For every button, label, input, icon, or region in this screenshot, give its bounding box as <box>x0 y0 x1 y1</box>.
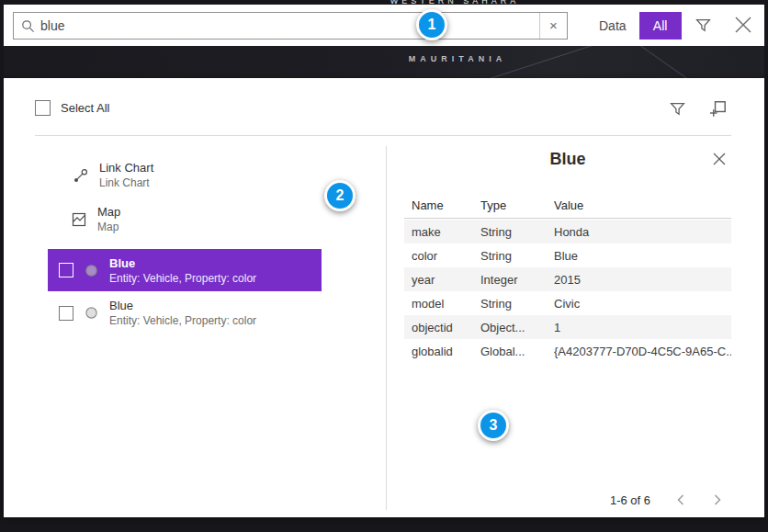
next-page-icon[interactable] <box>711 493 724 506</box>
cell-value: 1 <box>554 321 731 334</box>
pagination-label: 1-6 of 6 <box>610 493 650 507</box>
result-item-blue-selected[interactable]: Blue Entity: Vehicle, Property: color <box>48 249 322 291</box>
table-row: model String Civic <box>404 291 731 315</box>
cell-value: 2015 <box>554 273 731 287</box>
item-checkbox[interactable] <box>59 263 73 277</box>
cell-type: String <box>480 297 554 311</box>
filter-icon[interactable] <box>695 17 711 34</box>
map-icon <box>72 212 86 227</box>
cell-name: objectid <box>412 321 480 334</box>
item-title: Blue <box>109 299 256 312</box>
prev-page-icon[interactable] <box>674 493 687 506</box>
item-checkbox[interactable] <box>59 306 73 321</box>
result-item-link-chart[interactable]: Link Chart Link Chart <box>73 161 153 189</box>
table-header-divider <box>404 218 731 219</box>
cell-type: Object... <box>480 321 554 334</box>
item-title: Blue <box>109 256 256 270</box>
table-row: make String Honda <box>404 220 731 243</box>
results-panel: Select All Link Chart Link Chart Map <box>4 78 764 517</box>
table-row: year Integer 2015 <box>404 267 731 291</box>
cell-name: year <box>412 273 480 287</box>
search-box: × <box>13 12 568 40</box>
cell-value: Honda <box>554 225 731 239</box>
table-row: color String Blue <box>404 243 731 267</box>
item-title: Map <box>97 205 120 219</box>
map-label-mauritania: MAURITANIA <box>151 54 764 63</box>
callout-3: 3 <box>478 410 509 441</box>
add-selection-icon[interactable] <box>709 100 727 118</box>
table-row: globalid Global... {A4203777-D70D-4C5C-9… <box>404 339 731 363</box>
cell-name: make <box>412 225 480 239</box>
table-header: Name Type Value <box>404 198 731 212</box>
results-filter-icon[interactable] <box>669 101 685 118</box>
item-subtitle: Entity: Vehicle, Property: color <box>109 272 256 285</box>
scope-all-button[interactable]: All <box>639 12 682 40</box>
cell-value: Civic <box>554 297 731 311</box>
app-window: WESTERN SAHARA MAURITANIA × Data All Sel… <box>0 0 768 532</box>
header-divider <box>35 135 731 136</box>
pagination: 1-6 of 6 <box>404 492 731 508</box>
close-search-icon[interactable] <box>732 14 754 36</box>
cell-type: String <box>480 225 554 239</box>
detail-title: Blue <box>404 150 731 169</box>
cell-name: color <box>412 249 480 263</box>
result-item-map[interactable]: Map Map <box>72 205 120 233</box>
cell-name: globalid <box>412 345 480 358</box>
cell-type: Global... <box>480 345 554 358</box>
map-background: MAURITANIA <box>4 46 764 78</box>
search-icon <box>21 19 35 33</box>
column-name: Name <box>412 198 480 212</box>
table-row: objectid Object... 1 <box>404 315 731 339</box>
column-value: Value <box>554 198 731 212</box>
scope-data-button[interactable]: Data <box>586 18 639 33</box>
select-all-row: Select All <box>35 100 109 116</box>
cell-name: model <box>412 297 480 311</box>
panel-divider <box>386 146 387 510</box>
cell-type: String <box>480 249 554 263</box>
entity-circle-icon <box>85 264 98 277</box>
callout-1: 1 <box>416 9 447 40</box>
close-detail-icon[interactable] <box>711 152 728 168</box>
clear-search-button[interactable]: × <box>539 13 567 39</box>
link-chart-icon <box>73 168 88 183</box>
cell-value: Blue <box>554 249 731 263</box>
properties-table: make String Honda color String Blue year… <box>404 220 731 363</box>
search-toolbar: × Data All <box>4 5 764 46</box>
cell-value: {A4203777-D70D-4C5C-9A65-C... <box>554 345 731 358</box>
select-all-label[interactable]: Select All <box>61 101 109 115</box>
item-subtitle: Entity: Vehicle, Property: color <box>109 314 256 327</box>
item-subtitle: Link Chart <box>99 176 153 189</box>
cell-type: Integer <box>480 273 554 287</box>
item-subtitle: Map <box>97 221 120 233</box>
item-title: Link Chart <box>99 161 153 175</box>
column-type: Type <box>480 198 554 212</box>
callout-2: 2 <box>324 180 356 211</box>
entity-circle-icon <box>85 306 98 320</box>
result-item-blue[interactable]: Blue Entity: Vehicle, Property: color <box>59 299 256 327</box>
scope-toggle: Data All <box>586 12 682 40</box>
search-input[interactable] <box>35 18 539 33</box>
select-all-checkbox[interactable] <box>35 100 51 116</box>
